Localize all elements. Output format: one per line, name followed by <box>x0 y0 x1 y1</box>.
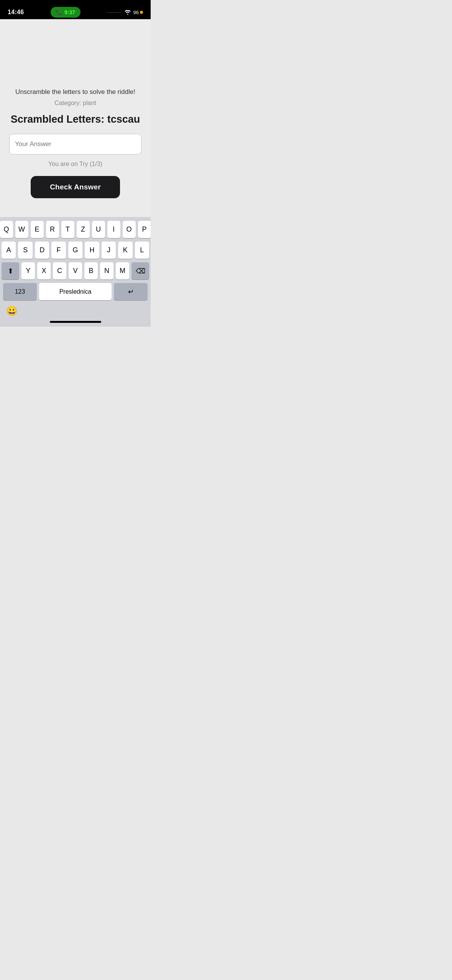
key-t[interactable]: T <box>61 221 74 238</box>
key-p[interactable]: P <box>138 221 151 238</box>
key-y[interactable]: Y <box>21 262 35 280</box>
category-text: Category: plant <box>54 100 96 107</box>
key-c[interactable]: C <box>53 262 66 280</box>
call-indicator: 📞 9:37 <box>51 7 81 18</box>
signal-dots: ·········· <box>107 10 122 15</box>
call-time: 9:37 <box>64 9 75 15</box>
battery-dot <box>140 11 143 14</box>
home-bar <box>50 321 101 323</box>
answer-input[interactable] <box>9 134 141 155</box>
instruction-text: Unscramble the letters to solve the ridd… <box>15 88 135 96</box>
key-q[interactable]: Q <box>0 221 13 238</box>
delete-key[interactable]: ⌫ <box>131 262 149 280</box>
key-b[interactable]: B <box>84 262 98 280</box>
key-g[interactable]: G <box>68 242 82 259</box>
keyboard-row-1: Q W E R T Z U I O P <box>2 221 149 238</box>
space-key[interactable]: Preslednica <box>39 283 112 300</box>
key-v[interactable]: V <box>69 262 82 280</box>
key-n[interactable]: N <box>100 262 113 280</box>
key-f[interactable]: F <box>51 242 66 259</box>
key-d[interactable]: D <box>35 242 49 259</box>
keyboard: Q W E R T Z U I O P A S D F G H J K L ⬆ <box>0 217 151 303</box>
home-indicator <box>0 318 151 327</box>
phone-icon: 📞 <box>56 10 62 15</box>
battery: 96 <box>133 10 143 15</box>
key-k[interactable]: K <box>118 242 132 259</box>
key-u[interactable]: U <box>92 221 105 238</box>
shift-key[interactable]: ⬆ <box>2 262 19 280</box>
key-h[interactable]: H <box>85 242 99 259</box>
check-answer-button[interactable]: Check Answer <box>31 176 120 198</box>
emoji-button[interactable]: 😀 <box>6 306 18 316</box>
scrambled-letters: Scrambled Letters: tcscau <box>11 113 140 125</box>
main-content: Unscramble the letters to solve the ridd… <box>0 19 151 217</box>
status-bar: 14:46 📞 9:37 ·········· 96 <box>0 0 151 19</box>
key-s[interactable]: S <box>18 242 32 259</box>
key-m[interactable]: M <box>116 262 129 280</box>
keyboard-row-4: 123 Preslednica ↵ <box>2 283 149 300</box>
battery-level: 96 <box>133 10 139 15</box>
key-o[interactable]: O <box>123 221 136 238</box>
return-key[interactable]: ↵ <box>114 283 148 300</box>
try-status: You are on Try (1/3) <box>48 161 102 168</box>
key-i[interactable]: I <box>107 221 120 238</box>
delete-icon: ⌫ <box>136 267 145 275</box>
key-a[interactable]: A <box>2 242 16 259</box>
status-time: 14:46 <box>8 9 24 16</box>
wifi-icon <box>124 9 131 16</box>
return-icon: ↵ <box>128 288 134 296</box>
keyboard-row-3: ⬆ Y X C V B N M ⌫ <box>2 262 149 280</box>
key-r[interactable]: R <box>46 221 59 238</box>
shift-icon: ⬆ <box>8 267 13 275</box>
numbers-key[interactable]: 123 <box>3 283 37 300</box>
emoji-bar: 😀 <box>0 303 151 318</box>
key-z[interactable]: Z <box>77 221 90 238</box>
key-l[interactable]: L <box>135 242 149 259</box>
key-x[interactable]: X <box>37 262 51 280</box>
key-e[interactable]: E <box>31 221 44 238</box>
key-j[interactable]: J <box>102 242 116 259</box>
key-w[interactable]: W <box>15 221 28 238</box>
status-right: ·········· 96 <box>107 9 143 16</box>
keyboard-row-2: A S D F G H J K L <box>2 242 149 259</box>
